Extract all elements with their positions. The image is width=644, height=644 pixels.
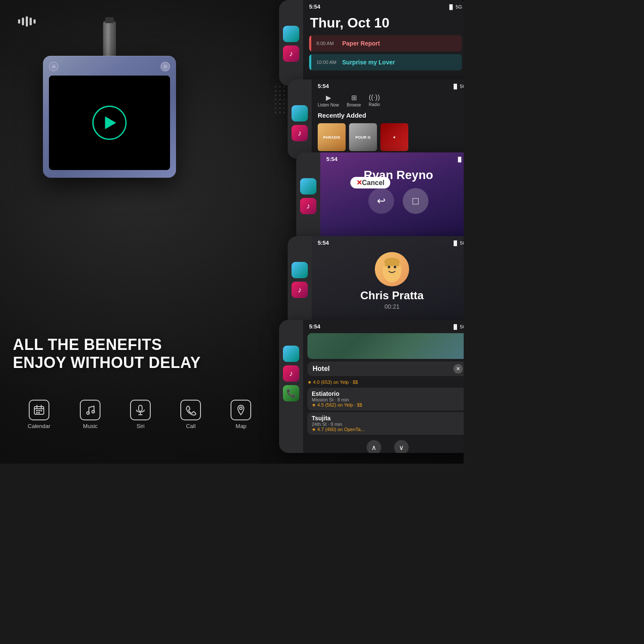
signal-bars-5: ▐▌ [452, 324, 459, 329]
svg-rect-7 [36, 412, 38, 413]
cancel-x: ✕ [356, 179, 362, 187]
phone1-content: 5:54 ▐▌ 5G Thur, Oct 10 8:00 AM Paper Re… [303, 0, 464, 86]
calendar-icon [29, 400, 49, 420]
result-rating-1: ★ 4.5 (562) on Yelp · $$ [312, 402, 464, 408]
network-2: 5G [460, 84, 464, 89]
map-arrow-down[interactable]: ∨ [394, 440, 409, 453]
svg-rect-6 [40, 410, 42, 411]
contact-avatar [375, 252, 409, 286]
svg-point-14 [240, 407, 242, 410]
feature-label-call: Call [186, 423, 195, 429]
map-icon [231, 400, 251, 420]
network-5: 5G [460, 324, 464, 329]
calendar-event-1: 8:00 AM Paper Report [309, 35, 462, 52]
time-1: 5:54 [309, 3, 320, 10]
signal-bars-2: ▐▌ [452, 84, 459, 89]
event-time-2: 10:00 AM [316, 60, 342, 65]
map-close-button[interactable]: ✕ [453, 364, 463, 374]
calendar-event-2: 10:00 AM Surprise my Lover [309, 54, 462, 70]
svg-point-9 [87, 412, 89, 414]
signal-bars-3: ▐▌ [456, 157, 463, 162]
album-paradis: PARADIS [318, 123, 346, 151]
bar3 [26, 16, 28, 27]
bar4 [30, 18, 32, 25]
phone3-content: 5:54 ▐▌ 5G ✕ Cancel Ryan Reyno ↩ □ [320, 152, 464, 228]
feature-label-calendar: Calendar [28, 423, 51, 429]
listen-icon: ▶ [326, 94, 331, 102]
maps-app-icon-5 [283, 346, 299, 362]
map-nav-arrows: ∧ ∨ [303, 437, 464, 453]
siri-icon [130, 400, 151, 420]
app-strip-2: ♪ [288, 79, 312, 159]
call-duration: 00:21 [312, 302, 464, 311]
soundwave-logo [18, 16, 36, 27]
music-nav-listen[interactable]: ▶ Listen Now [318, 94, 339, 107]
maps-app-icon-4 [292, 262, 308, 278]
signal-bars-1: ▐▌ [448, 4, 455, 9]
maps-app-icon [283, 26, 299, 42]
play-arc [86, 99, 133, 146]
svg-rect-5 [38, 410, 40, 411]
svg-point-10 [92, 410, 94, 413]
maps-app-icon-2 [292, 105, 308, 122]
music-app-icon-2: ♪ [292, 125, 308, 141]
call-icon [180, 400, 201, 420]
map-rating-header: ★ 4.0 (653) on Yelp · $$ [303, 379, 464, 386]
svg-rect-11 [139, 405, 142, 411]
signal-1: ▐▌ 5G [448, 4, 462, 9]
album-row: PARADIS POUR G ♥ [312, 121, 464, 154]
music-nav-radio[interactable]: ((·)) Radio [369, 94, 380, 107]
call-reply-btn[interactable]: ↩ [368, 188, 394, 214]
radio-label: Radio [369, 102, 380, 107]
phones-stack: ♪ 5:54 ▐▌ 5G Thur, Oct 10 8:00 AM Paper … [279, 0, 464, 464]
status-bar-3: 5:54 ▐▌ 5G [320, 152, 464, 164]
feature-label-music: Music [83, 423, 97, 429]
map-result-1[interactable]: Estiatorio Mission St · 8 min ★ 4.5 (562… [307, 388, 464, 410]
map-search-bar[interactable]: Hotel ✕ [307, 361, 464, 376]
feature-music: Music [80, 400, 100, 429]
cancel-label: Cancel [362, 179, 384, 187]
phone2-content: 5:54 ▐▌ 5G ▶ Listen Now ⊞ Browse ((·)) R… [312, 79, 464, 154]
device-bolt-left [49, 62, 58, 71]
network-4: 5G [460, 240, 464, 246]
svg-point-19 [394, 266, 396, 268]
app-strip-1: ♪ [279, 0, 303, 86]
event-content-2: 10:00 AM Surprise my Lover [311, 54, 462, 70]
listen-label: Listen Now [318, 103, 339, 107]
features-row: Calendar Music Siri Call [13, 400, 266, 429]
call-action-buttons: ↩ □ [320, 184, 464, 218]
call-speaker-btn[interactable]: □ [403, 188, 428, 214]
usb-cable [103, 21, 116, 56]
recently-added-label: Recently Added [312, 110, 464, 121]
device-top-row [49, 62, 170, 71]
bar2 [22, 18, 24, 25]
album-red: ♥ [380, 123, 408, 151]
map-arrow-up[interactable]: ∧ [367, 440, 381, 453]
status-bar-4: 5:54 ▐▌ 5G [312, 236, 464, 248]
device-bolt-right [161, 62, 170, 71]
cancel-button[interactable]: ✕ Cancel [350, 177, 390, 188]
phone-contact: ♪ 5:54 ▐▌ 5G [288, 236, 464, 326]
map-background [307, 333, 464, 359]
map-search-title: Hotel [313, 365, 330, 373]
music-nav: ▶ Listen Now ⊞ Browse ((·)) Radio [312, 91, 464, 110]
music-icon [80, 400, 100, 420]
phone-app-icon-5: 📞 [283, 385, 299, 401]
map-result-2[interactable]: Tsujita 24th St · 9 min ★ 4.7 (460) on O… [307, 412, 464, 435]
browse-icon: ⊞ [351, 94, 357, 102]
signal-bars-4: ▐▌ [452, 240, 459, 246]
result-name-1: Estiatorio [312, 390, 464, 397]
calendar-date: Thur, Oct 10 [303, 12, 464, 33]
device-dongle [43, 21, 176, 178]
phone-call: ♪ 5:54 ▐▌ 5G ✕ Cancel Ryan Reyno ↩ □ [296, 152, 464, 243]
phone4-content: 5:54 ▐▌ 5G [312, 236, 464, 311]
main-headline: ALL THE BENEFITS ENJOY WITHOUT DELAY [13, 336, 266, 371]
time-3: 5:54 [326, 156, 337, 162]
headline-line2: ENJOY WITHOUT DELAY [13, 354, 266, 371]
feature-calendar: Calendar [28, 400, 51, 429]
event-title-1: Paper Report [342, 40, 380, 47]
signal-4: ▐▌ 5G [452, 240, 464, 246]
music-nav-browse[interactable]: ⊞ Browse [346, 94, 361, 107]
phone5-content: 5:54 ▐▌ 5G Hotel ✕ ★ 4.0 (653) on Yelp ·… [303, 320, 464, 453]
svg-rect-8 [38, 412, 40, 413]
